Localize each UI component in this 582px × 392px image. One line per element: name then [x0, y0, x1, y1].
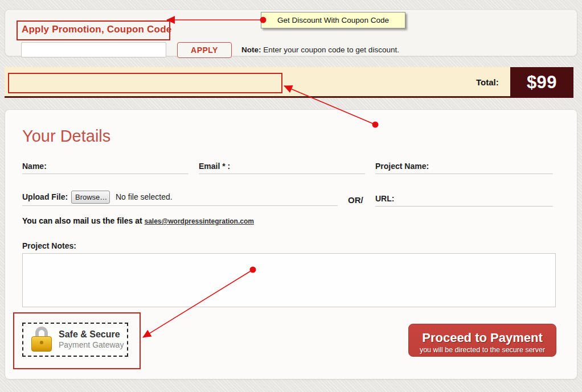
- proceed-button-label: Proceed to Payment: [409, 331, 556, 345]
- or-separator: OR/: [348, 195, 363, 205]
- total-label: Total:: [476, 77, 499, 87]
- project-notes-label: Project Notes:: [22, 241, 76, 250]
- mail-link[interactable]: sales@wordpressintegration.com: [144, 217, 253, 225]
- your-details-panel: Your Details Name: Email * : Project Nam…: [5, 109, 577, 379]
- coupon-heading: Apply Promotion, Coupon Code: [22, 24, 171, 35]
- url-input[interactable]: [375, 195, 553, 207]
- secure-gateway-text: Safe & Secure Payment Gateway: [59, 329, 124, 350]
- apply-button[interactable]: APPLY: [177, 42, 232, 58]
- secure-gateway-subtitle: Payment Gateway: [59, 340, 124, 350]
- coupon-code-input[interactable]: [21, 42, 166, 57]
- email-input[interactable]: [199, 162, 365, 174]
- coupon-note-text: Enter your coupon code to get discount.: [261, 46, 399, 54]
- callout-get-discount: Get Discount With Coupon Code: [261, 12, 405, 28]
- coupon-note: Note: Enter your coupon code to get disc…: [241, 46, 399, 54]
- upload-file-line: [22, 194, 338, 206]
- coupon-note-prefix: Note:: [241, 46, 261, 54]
- project-notes-textarea[interactable]: [22, 253, 556, 307]
- name-input[interactable]: [22, 162, 188, 174]
- mail-files-text: You can also mail us the files at sales@…: [22, 216, 254, 225]
- mail-files-text-label: You can also mail us the files at: [22, 216, 144, 225]
- lock-icon: [31, 327, 52, 353]
- your-details-heading: Your Details: [22, 127, 110, 146]
- secure-gateway-badge: Safe & Secure Payment Gateway: [22, 323, 128, 357]
- no-file-selected-text: No file selected.: [116, 192, 173, 201]
- total-value: $99: [527, 72, 557, 93]
- browse-button[interactable]: Browse…: [71, 191, 110, 204]
- secure-gateway-title: Safe & Secure: [59, 329, 124, 340]
- proceed-button-subtext: you will be directed to the secure serve…: [409, 346, 556, 354]
- proceed-to-payment-button[interactable]: Proceed to Payment you will be directed …: [408, 324, 556, 357]
- total-box: $99: [510, 67, 573, 98]
- lock-keyhole: [40, 341, 43, 344]
- project-name-input[interactable]: [375, 162, 553, 174]
- delivery-banner: Estimated Delivery Date: on Thursday by …: [5, 67, 573, 98]
- annotation-box-delivery: [8, 73, 282, 93]
